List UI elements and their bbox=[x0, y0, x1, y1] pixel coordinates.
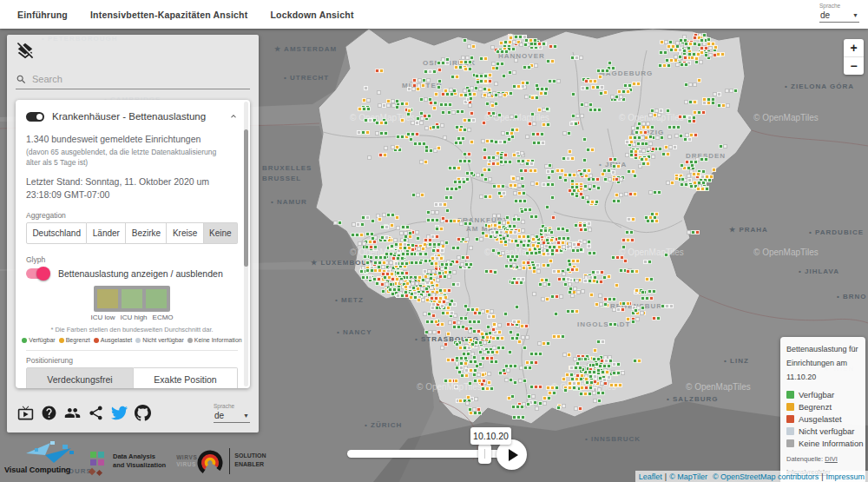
hospital-glyph[interactable] bbox=[562, 377, 566, 381]
hospital-glyph[interactable] bbox=[549, 44, 557, 49]
hospital-glyph[interactable] bbox=[579, 248, 583, 252]
zoom-in-button[interactable]: + bbox=[844, 39, 864, 56]
hospital-glyph[interactable] bbox=[631, 126, 640, 130]
hospital-glyph[interactable] bbox=[513, 380, 517, 385]
hospital-glyph[interactable] bbox=[588, 251, 596, 255]
hospital-glyph[interactable] bbox=[509, 330, 513, 334]
hospital-glyph[interactable] bbox=[367, 155, 372, 160]
hospital-glyph[interactable] bbox=[470, 111, 474, 116]
hospital-glyph[interactable] bbox=[404, 231, 412, 235]
hospital-glyph[interactable] bbox=[411, 281, 419, 286]
hospital-glyph[interactable] bbox=[465, 171, 474, 175]
hospital-glyph[interactable] bbox=[512, 84, 525, 89]
hospital-glyph[interactable] bbox=[459, 221, 472, 226]
hospital-glyph[interactable] bbox=[574, 223, 587, 228]
hospital-glyph[interactable] bbox=[700, 175, 713, 179]
hospital-glyph[interactable] bbox=[515, 305, 519, 309]
hospital-glyph[interactable] bbox=[435, 227, 444, 231]
hospital-glyph[interactable] bbox=[508, 350, 512, 354]
hospital-glyph[interactable] bbox=[394, 242, 407, 247]
hospital-glyph[interactable] bbox=[641, 162, 650, 166]
hospital-glyph[interactable] bbox=[548, 163, 552, 168]
hospital-glyph[interactable] bbox=[432, 106, 437, 110]
hospital-glyph[interactable] bbox=[591, 85, 604, 89]
hospital-glyph[interactable] bbox=[562, 272, 566, 276]
hospital-glyph[interactable] bbox=[437, 68, 442, 72]
hospital-glyph[interactable] bbox=[423, 114, 431, 118]
hospital-glyph[interactable] bbox=[621, 238, 635, 242]
hospital-glyph[interactable] bbox=[428, 330, 441, 334]
hospital-glyph[interactable] bbox=[472, 373, 485, 377]
people-icon[interactable] bbox=[64, 405, 81, 421]
hospital-glyph[interactable] bbox=[625, 140, 634, 144]
github-icon[interactable] bbox=[135, 405, 151, 421]
hospital-glyph[interactable] bbox=[459, 60, 472, 64]
hospital-glyph[interactable] bbox=[483, 155, 496, 160]
hospital-glyph[interactable] bbox=[539, 91, 548, 96]
header-language-select[interactable]: Sprache de ▼ bbox=[819, 3, 859, 23]
hospital-glyph[interactable] bbox=[538, 282, 551, 287]
hospital-glyph[interactable] bbox=[546, 169, 555, 174]
hospital-glyph[interactable] bbox=[694, 56, 699, 61]
hospital-glyph[interactable] bbox=[592, 391, 605, 395]
hospital-glyph[interactable] bbox=[631, 320, 635, 324]
hospital-glyph[interactable] bbox=[463, 118, 476, 122]
hospital-glyph[interactable] bbox=[562, 353, 571, 357]
hospital-glyph[interactable] bbox=[602, 275, 607, 280]
aggregation-option-deutschland[interactable]: Deutschland bbox=[26, 222, 87, 244]
hospital-glyph[interactable] bbox=[563, 178, 568, 182]
hospital-glyph[interactable] bbox=[492, 322, 496, 327]
hospital-glyph[interactable] bbox=[487, 224, 491, 228]
hospital-glyph[interactable] bbox=[362, 98, 371, 102]
hospital-glyph[interactable] bbox=[574, 406, 582, 411]
hospital-glyph[interactable] bbox=[469, 96, 473, 101]
hospital-glyph[interactable] bbox=[612, 199, 621, 203]
hospital-glyph[interactable] bbox=[375, 69, 384, 73]
hospital-glyph[interactable] bbox=[542, 182, 555, 187]
hospital-glyph[interactable] bbox=[593, 399, 602, 403]
hospital-glyph[interactable] bbox=[479, 79, 492, 83]
hospital-glyph[interactable] bbox=[664, 145, 677, 149]
hospital-glyph[interactable] bbox=[374, 255, 387, 260]
hospital-glyph[interactable] bbox=[598, 294, 602, 298]
hospital-glyph[interactable] bbox=[571, 114, 584, 118]
hospital-glyph[interactable] bbox=[669, 48, 682, 52]
hospital-glyph[interactable] bbox=[381, 289, 385, 294]
hospital-glyph[interactable] bbox=[680, 163, 684, 168]
hospital-glyph[interactable] bbox=[645, 277, 654, 281]
hospital-glyph[interactable] bbox=[550, 195, 555, 200]
hospital-glyph[interactable] bbox=[490, 45, 495, 50]
hospital-glyph[interactable] bbox=[469, 246, 473, 250]
hospital-glyph[interactable] bbox=[607, 274, 611, 279]
hospital-glyph[interactable] bbox=[407, 87, 420, 91]
hospital-glyph[interactable] bbox=[595, 302, 608, 307]
hospital-glyph[interactable] bbox=[582, 168, 591, 173]
hospital-glyph[interactable] bbox=[487, 314, 496, 319]
hospital-glyph[interactable] bbox=[562, 156, 575, 161]
hospital-glyph[interactable] bbox=[550, 294, 563, 299]
hospital-glyph[interactable] bbox=[633, 174, 637, 178]
hospital-glyph[interactable] bbox=[426, 218, 439, 222]
hospital-glyph[interactable] bbox=[536, 244, 549, 248]
hospital-glyph[interactable] bbox=[454, 141, 463, 145]
hospital-glyph[interactable] bbox=[615, 193, 623, 197]
hospital-glyph[interactable] bbox=[378, 217, 382, 221]
hospital-glyph[interactable] bbox=[451, 282, 460, 287]
hospital-glyph[interactable] bbox=[441, 92, 454, 96]
hospital-glyph[interactable] bbox=[478, 87, 487, 91]
hospital-glyph[interactable] bbox=[423, 269, 436, 274]
hospital-glyph[interactable] bbox=[499, 160, 512, 164]
hospital-glyph[interactable] bbox=[494, 140, 507, 144]
hospital-glyph[interactable] bbox=[565, 228, 569, 233]
twitter-icon[interactable] bbox=[111, 405, 128, 421]
hospital-glyph[interactable] bbox=[481, 309, 494, 314]
hospital-glyph[interactable] bbox=[463, 152, 471, 156]
hospital-glyph[interactable] bbox=[490, 230, 503, 234]
hospital-glyph[interactable] bbox=[524, 38, 537, 43]
hospital-glyph[interactable] bbox=[505, 215, 510, 220]
hospital-glyph[interactable] bbox=[453, 180, 466, 184]
hospital-glyph[interactable] bbox=[675, 63, 688, 67]
hospital-glyph[interactable] bbox=[608, 157, 617, 162]
hospital-glyph[interactable] bbox=[448, 320, 461, 325]
hospital-glyph[interactable] bbox=[493, 270, 497, 274]
